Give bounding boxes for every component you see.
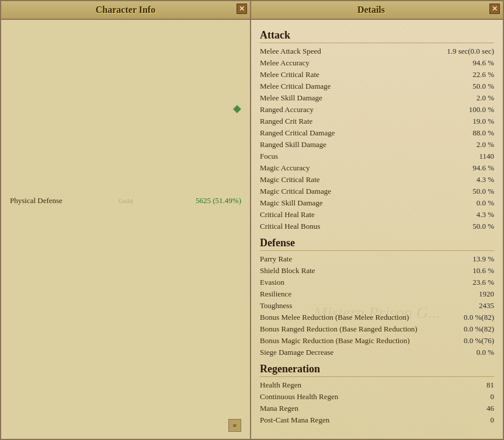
table-row: Ranged Accuracy 100.0 % — [260, 104, 494, 116]
physical-defense-label: Physical Defense — [10, 196, 62, 205]
vocation-row: Vocation Badges 18535 — [10, 103, 241, 115]
intelligence-row: Intelligence 158 — [10, 252, 120, 262]
detail-value: 13.9 % — [447, 254, 494, 264]
healing-power-value: 479.38 — [220, 184, 241, 194]
table-row: Mana Regen 46 — [260, 403, 494, 414]
strength-value: 158 — [109, 240, 120, 250]
detail-value: 22.6 % — [447, 70, 494, 79]
table-row: Critical Heal Bonus 50.0 % — [260, 221, 494, 232]
infamy-label: Infamy Pts — [10, 128, 43, 137]
character-content: Level 55 Stone Arrow Kloonike Faction Wa… — [1, 20, 250, 440]
detail-label: Post-Cast Mana Regen — [260, 415, 329, 425]
strength-row: Strength 158 — [10, 240, 120, 250]
crime-value: 0 / 50 — [224, 116, 241, 125]
table-row: Magic Accuracy 94.6 % — [260, 162, 494, 174]
detail-label: Shield Block Rate — [260, 266, 315, 275]
note-icon[interactable]: ≡ — [228, 419, 241, 432]
detail-label: Melee Critical Rate — [260, 70, 319, 79]
detail-label: Magic Skill Damage — [260, 198, 323, 208]
table-row: Toughness 2435 — [260, 300, 494, 312]
move-speed-row: Move Speed 6.5 m/s — [10, 284, 241, 295]
stamina-row: Stamina 671 — [131, 252, 241, 262]
detail-label: Critical Heal Bonus — [260, 222, 320, 231]
detail-label: Focus — [260, 152, 278, 161]
detail-value: 100.0 % — [447, 105, 494, 114]
skill-cooldown-value: 94.0 % — [220, 308, 241, 317]
detail-value: 2435 — [447, 301, 494, 310]
spirit-row: Spirit 158 — [131, 240, 241, 250]
character-level: 55 — [40, 26, 64, 49]
detail-label: Melee Attack Speed — [260, 47, 321, 56]
move-speed-value: 6.5 m/s — [219, 285, 241, 294]
level-badge: Level — [10, 32, 34, 43]
crime-label: Crime Points — [10, 116, 50, 125]
faction-label: Faction — [10, 57, 33, 67]
detail-label: Magic Critical Damage — [260, 187, 331, 196]
title-label: Title — [10, 70, 24, 79]
detail-value: 19.0 % — [447, 117, 494, 126]
detail-value: 4.3 % — [447, 210, 494, 219]
close-button-right[interactable]: ✕ — [489, 4, 500, 14]
details-content: Attack Melee Attack Speed 1.9 sec(0.0 se… — [251, 20, 503, 440]
detail-label: Ranged Accuracy — [260, 105, 314, 114]
skill-cooldown-row: Skill Cooldown 94.0 % — [10, 307, 241, 319]
ranged-attack-row: Ranged Attack 652.95 — [10, 160, 241, 172]
intelligence-value: 158 — [109, 252, 120, 261]
detail-label: Ranged Crit Rate — [260, 117, 312, 126]
melee-attack-value: 477.98 — [220, 149, 241, 159]
melee-attack-label: Melee Attack — [10, 149, 51, 159]
detail-value: 50.0 % — [447, 222, 494, 231]
detail-value: 2.0 % — [447, 140, 494, 149]
detail-label: Ranged Critical Damage — [260, 128, 335, 138]
vocation-value: 18535 — [212, 104, 242, 114]
infamy-row: Infamy Pts 266 — [10, 127, 241, 138]
agility-label: Agility — [10, 264, 32, 273]
infamy-icon — [234, 129, 241, 136]
magic-attack-value: 31.60 — [224, 173, 241, 182]
gear-icon[interactable] — [230, 69, 241, 81]
table-row: Focus 1140 — [260, 151, 494, 162]
table-row: Melee Skill Damage 2.0 % — [260, 92, 494, 104]
table-row: Continuous Health Regen 0 — [260, 391, 494, 403]
intelligence-label: Intelligence — [10, 252, 46, 261]
close-button-left[interactable]: ✕ — [237, 4, 247, 14]
left-panel-header: Character Info ✕ — [1, 1, 250, 20]
detail-value: 1.9 sec(0.0 sec) — [447, 47, 494, 56]
table-row: Health Regen 81 — [260, 379, 494, 391]
attack-rows: Melee Attack Speed 1.9 sec(0.0 sec) Mele… — [260, 46, 494, 232]
healing-power-row: Healing Power 479.38 — [10, 183, 241, 195]
magic-attack-row: Magic Attack 31.60 — [10, 172, 241, 183]
detail-value: 0 — [447, 415, 494, 425]
detail-label: Melee Critical Damage — [260, 82, 331, 91]
detail-value: 94.6 % — [447, 163, 494, 173]
table-row: Magic Skill Damage 0.0 % — [260, 197, 494, 209]
honor-label: Honor Points — [10, 93, 50, 102]
spirit-value: 158 — [230, 240, 242, 250]
regen-rows: Health Regen 81 Continuous Health Regen … — [260, 379, 494, 426]
table-row: Melee Critical Rate 22.6 % — [260, 69, 494, 81]
detail-label: Magic Critical Rate — [260, 175, 320, 184]
table-row: Evasion 23.6 % — [260, 277, 494, 288]
attack-section-title: Attack — [260, 29, 494, 43]
table-row: Ranged Skill Damage 2.0 % — [260, 139, 494, 151]
defense-section-title: Defense — [260, 237, 494, 251]
detail-value: 88.0 % — [447, 128, 494, 138]
detail-value: 4.3 % — [447, 175, 494, 184]
detail-label: Evasion — [260, 278, 284, 287]
character-name: Kloonike — [69, 37, 108, 47]
skill-cooldown-label: Skill Cooldown — [10, 308, 58, 317]
table-row: Ranged Crit Rate 19.0 % — [260, 116, 494, 127]
detail-value: 10.6 % — [447, 266, 494, 275]
healing-power-label: Healing Power — [10, 184, 55, 194]
detail-label: Mana Regen — [260, 404, 298, 413]
detail-value: 1140 — [447, 152, 494, 161]
equipment-points-row: Equipment Points 4787 — [10, 218, 241, 230]
table-row: Parry Rate 13.9 % — [260, 253, 494, 265]
detail-value: 0.0 % — [447, 348, 494, 357]
character-name-block: Stone Arrow Kloonike — [69, 27, 108, 47]
detail-value: 81 — [447, 380, 494, 390]
table-row: Melee Attack Speed 1.9 sec(0.0 sec) — [260, 46, 494, 57]
melee-attack-row: Melee Attack 477.98 — [10, 148, 241, 160]
detail-label: Toughness — [260, 301, 292, 310]
table-row: Shield Block Rate 10.6 % — [260, 265, 494, 277]
